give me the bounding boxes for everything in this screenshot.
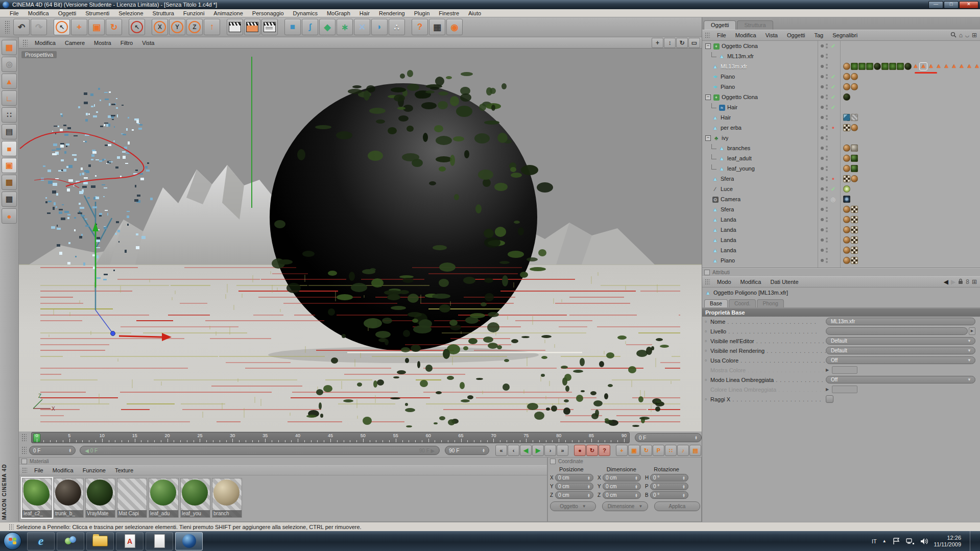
tree-item-piano[interactable]: ▲Piano (702, 255, 980, 266)
edge-mode-button[interactable]: ▤ (2, 124, 17, 139)
visibility-dots-icon[interactable] (826, 248, 828, 253)
goto-end-button[interactable]: » (557, 445, 568, 456)
keying-options-button[interactable]: ? (599, 445, 610, 456)
viewport-rotate-button[interactable]: ↻ (676, 38, 688, 48)
spinner-arrows-icon[interactable]: ▲▼ (587, 493, 590, 497)
visibility-dots-icon[interactable] (826, 94, 828, 100)
record-parameter-toggle[interactable]: P (653, 445, 664, 456)
menu-file[interactable]: File (5, 10, 23, 16)
menu-mograph[interactable]: MoGraph (322, 10, 355, 16)
layer-dot-icon[interactable] (821, 126, 824, 129)
object-name[interactable]: Landa (721, 217, 736, 223)
polygon-selection-tag[interactable]: ▲ (966, 63, 973, 70)
polygon-selection-tag[interactable]: ▲ (935, 63, 942, 70)
record-keyframe-button[interactable]: ● (574, 445, 586, 456)
attr-dropdown-visibile-nel-rendering[interactable]: Default▼ (826, 347, 975, 354)
spinner-arrows-icon[interactable]: ▲▼ (635, 485, 638, 489)
darkball-tag[interactable] (904, 63, 912, 70)
attributes-section-header[interactable]: Proprietà Base (702, 308, 980, 317)
tree-item-landa[interactable]: ▲Landa (702, 235, 980, 245)
layer-dot-icon[interactable] (821, 55, 824, 58)
add-generator[interactable]: ◆ (319, 19, 336, 35)
tree-item-leaf-young[interactable]: ▲leaf_young (702, 163, 980, 174)
brown-tag[interactable] (843, 236, 850, 244)
tree-item-ml13m-xfr[interactable]: ▲ML13m.xfr▲▲▲▲▲▲▲▲▲ (702, 61, 980, 71)
brown-tag[interactable] (843, 226, 850, 233)
visibility-dots-icon[interactable] (826, 217, 828, 222)
object-name[interactable]: Landa (721, 227, 736, 233)
coord-input-z[interactable]: 0 cm▲▼ (603, 491, 641, 499)
lock-icon[interactable] (958, 278, 963, 286)
menu-oggetti[interactable]: Oggetti (54, 10, 81, 16)
spinner-arrows-icon[interactable]: ▲▼ (587, 476, 590, 480)
attr-layer-bar[interactable] (826, 327, 968, 335)
tree-item-piano[interactable]: ◆Piano✓ (702, 71, 980, 82)
camlens-tag[interactable] (843, 196, 850, 203)
visibility-dots-icon[interactable] (826, 186, 828, 191)
show-desktop-button[interactable] (970, 531, 975, 551)
taskbar-clock[interactable]: 12:26 11/11/2009 (934, 535, 961, 548)
spinner-arrows-icon[interactable]: ▲▼ (682, 485, 685, 489)
tree-item-hair[interactable]: ≈Hair✓ (702, 102, 980, 112)
object-name[interactable]: per erba (721, 125, 742, 131)
xpresso-button[interactable]: ▦ (429, 19, 445, 35)
object-mode-button[interactable]: ▲ (2, 74, 17, 89)
attr-dropdown-modo-linea-ombreggiata[interactable]: Off▼ (826, 376, 975, 384)
add-cube-primitive[interactable]: ■ (284, 19, 301, 35)
spinner-arrows-icon[interactable]: ▲▼ (635, 493, 638, 497)
layer-dot-icon[interactable] (821, 218, 824, 221)
browser-button[interactable]: ◉ (446, 19, 463, 35)
om-menu-tag[interactable]: Tag (809, 32, 828, 38)
tree-item-leaf-adult[interactable]: ▲leaf_adult (702, 153, 980, 163)
add-nurbs[interactable]: ◗ (371, 19, 388, 35)
tree-item-oggetto-clona[interactable]: −+Oggetto Clona✓ (702, 92, 980, 102)
object-name[interactable]: Oggetto Clona (722, 43, 758, 49)
lock-y-axis[interactable]: Y (169, 19, 185, 35)
enabled-check-icon[interactable]: ✓ (830, 43, 836, 50)
attr-checkbox-raggi-x[interactable] (826, 395, 833, 403)
brown-tag[interactable] (843, 165, 850, 172)
menu-modifica[interactable]: Modifica (23, 10, 54, 16)
spinner-arrows-icon[interactable]: ▲▼ (635, 476, 638, 480)
layer-dot-icon[interactable] (821, 208, 824, 211)
taskbar-notepad[interactable] (146, 532, 173, 550)
materials-menu-funzione[interactable]: Funzione (78, 467, 110, 473)
visibility-dots-icon[interactable] (826, 84, 828, 89)
stripes-tag[interactable] (851, 114, 858, 121)
collapse-icon[interactable]: ◡ (965, 33, 969, 38)
visibility-dots-icon[interactable] (826, 156, 828, 161)
materials-menu-grip[interactable] (22, 467, 27, 473)
coord-input-x[interactable]: 0 cm▲▼ (555, 474, 593, 482)
brown-tag[interactable] (851, 175, 858, 182)
menu-struttura[interactable]: Struttura (148, 10, 179, 16)
texture-axis-mode-button[interactable]: ▩ (2, 191, 17, 207)
spinner-arrows-icon[interactable]: ▲▼ (587, 485, 590, 489)
frame-slider[interactable]: ◀ 0 F90 F ▶ (80, 446, 440, 455)
tree-item-landa[interactable]: ▲Landa (702, 214, 980, 225)
menu-rendering[interactable]: Rendering (374, 10, 410, 16)
brown-tag[interactable] (843, 155, 850, 162)
tree-item-oggetto-clona[interactable]: −+Oggetto Clona✓ (702, 41, 980, 51)
layer-dot-icon[interactable] (821, 249, 824, 252)
checker-tag[interactable] (851, 236, 858, 244)
menu-aiuto[interactable]: Aiuto (464, 10, 486, 16)
object-name[interactable]: branches (727, 145, 750, 151)
object-name[interactable]: leaf_young (727, 165, 755, 172)
tree-item-hair[interactable]: ▲Hair (702, 112, 980, 123)
model-mode-button[interactable]: ◎ (2, 57, 17, 72)
layer-dot-icon[interactable] (821, 147, 824, 150)
hairbrush-tag[interactable] (843, 114, 850, 121)
transport-grip[interactable] (21, 446, 27, 454)
tab-struttura[interactable]: Struttura (737, 20, 773, 30)
visibility-dots-icon[interactable] (826, 227, 828, 232)
previous-frame-button[interactable]: ‹ (508, 445, 519, 456)
polygon-selection-tag[interactable]: ▲ (927, 63, 935, 70)
material-thumbnail[interactable]: leaf_c2_ (22, 478, 52, 518)
leafdark-tag[interactable] (851, 165, 858, 172)
viewport-menu-filtro[interactable]: Filtro (116, 40, 137, 46)
timeline-grip[interactable] (21, 434, 27, 442)
tree-tag[interactable] (881, 63, 889, 70)
checker-tag[interactable] (851, 216, 858, 223)
spinner-arrows-icon[interactable]: ▲▼ (482, 448, 485, 452)
keyframe-circle-icon[interactable]: ○ (705, 358, 710, 362)
